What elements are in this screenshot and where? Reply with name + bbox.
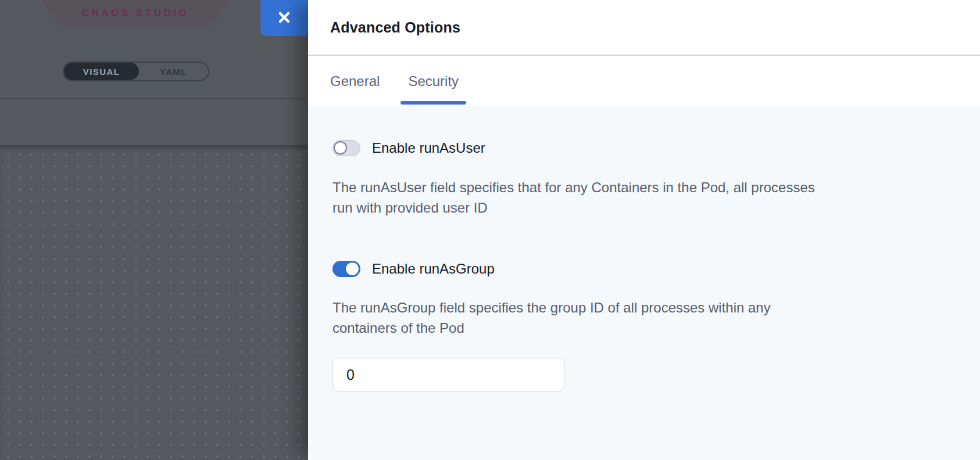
close-icon: [277, 10, 292, 27]
tab-security-label: Security: [408, 73, 459, 89]
run-as-user-toggle[interactable]: [332, 140, 360, 156]
description-line: run with provided user ID: [332, 197, 947, 218]
run-as-group-toggle[interactable]: [332, 261, 360, 277]
drawer-header: Advanced Options: [308, 0, 980, 56]
run-as-group-row: Enable runAsGroup: [332, 261, 947, 277]
drawer-title: Advanced Options: [330, 19, 460, 36]
brand-title: CHAOS STUDIO: [82, 8, 189, 19]
run-as-group-value-input[interactable]: [332, 358, 564, 391]
run-as-user-row: Enable runAsUser: [332, 140, 947, 156]
description-line: containers of the Pod: [332, 318, 947, 338]
toggle-option-yaml[interactable]: YAML: [139, 63, 208, 80]
run-as-user-label: Enable runAsUser: [372, 140, 485, 156]
description-line: The runAsUser field specifies that for a…: [332, 177, 947, 197]
tab-security[interactable]: Security: [408, 56, 459, 106]
toolbar-divider: [0, 98, 308, 99]
dimmed-backdrop: CHAOS STUDIO VISUAL YAML: [0, 0, 308, 460]
toggle-knob: [346, 263, 359, 275]
brand-banner: CHAOS STUDIO: [41, 0, 230, 27]
visual-yaml-toggle[interactable]: VISUAL YAML: [63, 62, 209, 81]
tab-general[interactable]: General: [330, 56, 380, 106]
experiment-canvas[interactable]: [0, 145, 308, 460]
tab-general-label: General: [330, 73, 380, 89]
advanced-options-drawer: Advanced Options General Security Enable…: [308, 0, 980, 460]
close-drawer-button[interactable]: [260, 0, 308, 36]
security-tab-panel: Enable runAsUser The runAsUser field spe…: [308, 106, 980, 460]
drawer-tabs: General Security: [308, 56, 980, 106]
run-as-group-description: The runAsGroup field specifies the group…: [332, 297, 947, 338]
toggle-option-visual[interactable]: VISUAL: [64, 63, 139, 80]
run-as-user-description: The runAsUser field specifies that for a…: [332, 177, 947, 218]
run-as-group-label: Enable runAsGroup: [372, 261, 495, 277]
app-root: CHAOS STUDIO VISUAL YAML Advanced Option…: [0, 0, 980, 460]
toggle-knob: [334, 141, 347, 154]
active-tab-indicator: [400, 101, 466, 105]
description-line: The runAsGroup field specifies the group…: [332, 297, 947, 318]
